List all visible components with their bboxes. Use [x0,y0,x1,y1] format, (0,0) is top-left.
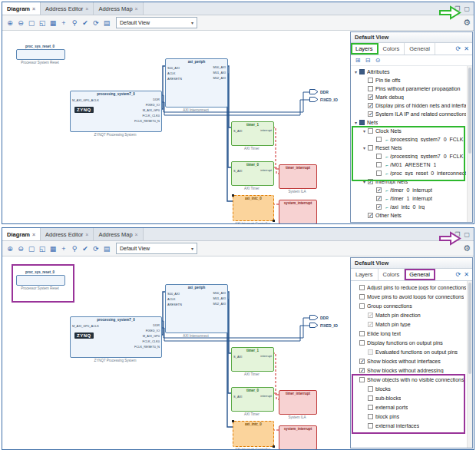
checkbox[interactable] [359,69,365,74]
block-design-canvas[interactable]: proc_sys_reset_0 Processor System Reset … [2,31,350,223]
option-row[interactable]: Show blocks without addressing [351,366,472,375]
expander-icon[interactable]: ▾ [353,120,359,125]
zoom-out-icon[interactable]: ⊖ [16,18,25,28]
option-row[interactable]: Match pin type [351,319,472,329]
expand-all-icon[interactable]: ⊞ [354,57,362,65]
checkbox[interactable] [368,405,373,410]
view-select[interactable]: Default View ▾ [116,17,197,28]
scrollbar-thumb[interactable] [468,283,471,374]
tab-close-icon[interactable]: × [85,232,88,237]
checkbox[interactable] [368,94,373,100]
zoom-selection-icon[interactable]: ◱ [38,244,47,253]
checkbox[interactable] [376,154,382,159]
block-system-interrupt-ila[interactable]: system_interrupt System ILA [279,200,316,223]
expander-icon[interactable]: ▾ [353,69,359,74]
tab-general[interactable]: General [405,43,435,55]
layer-row[interactable]: ⌐/M01_ARESETN_1 [351,160,472,169]
option-row[interactable]: Elide long text [351,329,472,338]
layer-row[interactable]: ⌐/proc_sys_reset_0_interconnect_a [351,169,472,177]
add-ip-icon[interactable]: + [59,18,68,28]
scrollbar-thumb[interactable] [468,68,471,154]
checkbox[interactable] [368,78,373,83]
tab-address-editor[interactable]: Address Editor × [41,2,94,15]
option-row[interactable]: Evaluated functions on output pins [351,347,472,356]
checkbox[interactable] [359,340,365,346]
layer-row[interactable]: Pin tie offs [351,76,472,84]
external-port-ddr[interactable]: DDR [309,89,329,94]
checkbox[interactable] [368,128,373,134]
checkbox[interactable] [359,368,365,373]
option-row[interactable]: Display functions on output pins [351,338,472,347]
pan-icon[interactable]: ▦ [48,244,58,253]
route-design-icon[interactable]: ▤ [102,244,111,253]
checkbox[interactable] [368,213,373,218]
checkbox[interactable] [368,423,373,428]
option-row[interactable]: Show blocks without interfaces [351,356,472,366]
block-axi-intc[interactable]: axi_intc_0 AXI Interrupt Controller [233,421,273,449]
tab-layers[interactable]: Layers [351,269,378,280]
option-row[interactable]: sub-blocks [351,393,472,402]
block-axi-intc[interactable]: axi_intc_0 AXI Interrupt Controller [233,195,273,223]
checkbox[interactable] [376,162,382,167]
route-design-icon[interactable]: ▤ [102,18,111,28]
block-proc-sys-reset[interactable]: proc_sys_reset_0 Processor System Reset [16,270,64,290]
tab-address-editor[interactable]: Address Editor × [41,228,94,240]
layer-row[interactable]: Pins without parameter propagation [351,84,472,93]
checkbox[interactable] [368,145,373,151]
option-row[interactable]: external ports [351,402,472,412]
view-select[interactable]: Default View ▾ [116,243,197,254]
checkbox[interactable] [368,395,373,401]
layer-row[interactable]: ⌐/timer_1_interrupt [351,194,472,203]
tab-address-map[interactable]: Address Map × [94,228,143,240]
checkbox[interactable] [359,120,365,125]
block-axi-periph[interactable]: axi_periph S00_AXI ACLK ARESETN M00_AXI … [165,58,226,112]
option-row[interactable]: blocks [351,384,472,393]
settings-gear-icon[interactable]: ⚙ [463,18,471,27]
option-row[interactable]: Match pin direction [351,310,472,319]
block-processing-system7[interactable]: processing_system7_0 ZYNQ M_AXI_GP0_ACLK… [70,316,160,362]
maximize-icon[interactable]: ▢ [464,5,470,12]
block-axi-periph[interactable]: axi_periph S00_AXI ACLK ARESETN M00_AXI … [165,284,226,338]
checkbox[interactable] [368,414,373,419]
regenerate-layout-icon[interactable]: ⟳ [91,244,101,253]
zoom-in-icon[interactable]: ⊕ [5,244,15,253]
checkbox[interactable] [359,303,365,309]
tab-close-icon[interactable]: × [85,6,88,12]
option-row[interactable]: external interfaces [351,421,472,430]
close-icon[interactable]: ✕ [464,271,469,278]
checkbox[interactable] [376,204,382,210]
checkbox[interactable] [368,322,373,327]
block-timer-0[interactable]: timer_0 S_AXI interrupt AXI Timer [231,387,273,416]
regenerate-layout-icon[interactable]: ⟳ [91,18,101,28]
option-row[interactable]: Show objects with no visible connections [351,375,472,384]
tab-layers[interactable]: Layers [351,43,378,55]
layer-row[interactable]: ▾Attributes [351,68,472,76]
pan-icon[interactable]: ▦ [48,18,58,28]
checkbox[interactable] [359,331,365,336]
checkbox[interactable] [376,137,382,142]
zoom-fit-icon[interactable]: ▢ [27,244,36,253]
external-port-ddr[interactable]: DDR [309,315,329,320]
tab-address-map[interactable]: Address Map × [94,2,143,15]
maximize-icon[interactable]: ▢ [464,231,470,238]
tab-close-icon[interactable]: × [135,232,138,237]
add-ip-icon[interactable]: + [59,244,68,253]
layer-row[interactable]: Display pins of hidden nets and interfac… [351,101,472,110]
tab-close-icon[interactable]: × [32,6,35,12]
checkbox[interactable] [368,86,373,91]
expander-icon[interactable]: ▾ [362,128,367,134]
option-row[interactable]: Adjust pins to reduce jogs for connectio… [351,283,472,292]
layer-row[interactable]: ▾Nets [351,118,472,127]
block-proc-sys-reset[interactable]: proc_sys_reset_0 Processor System Reset [16,45,64,65]
tab-diagram[interactable]: Diagram × [2,2,41,15]
checkbox[interactable] [359,359,365,364]
validate-design-icon[interactable]: ✔ [81,18,90,28]
checkbox[interactable] [368,179,373,184]
block-timer-1[interactable]: timer_1 S_AXI interrupt AXI Timer [231,347,273,376]
external-port-fixed-io[interactable]: FIXED_IO [309,323,338,328]
option-row[interactable]: block pins [351,412,472,421]
expander-icon[interactable]: ▾ [362,145,367,151]
refresh-icon[interactable]: ⟳ [456,45,461,52]
layer-row[interactable]: ▾Interrupt Nets [351,177,472,186]
tab-diagram[interactable]: Diagram × [2,228,41,240]
